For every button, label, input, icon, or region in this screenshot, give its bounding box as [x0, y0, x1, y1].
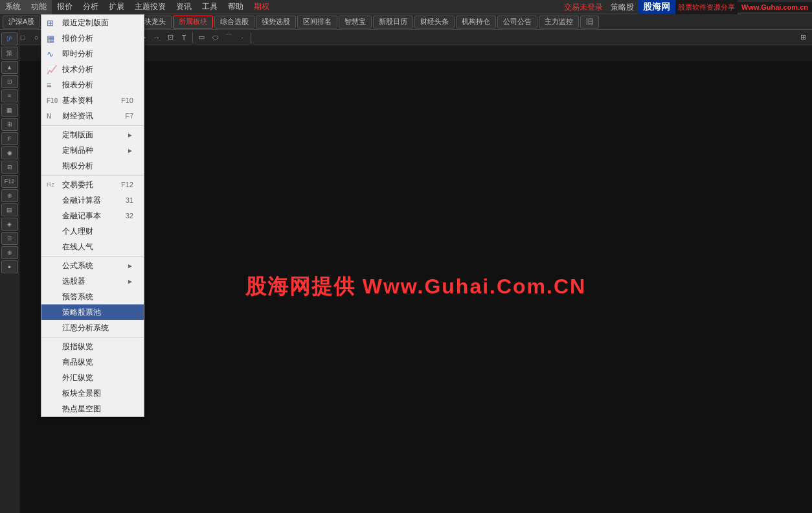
- sidebar-icon-5[interactable]: ≡: [1, 89, 18, 102]
- circle-icon[interactable]: ⬭: [209, 31, 221, 44]
- menu-qa-sys[interactable]: 预答系统: [41, 289, 144, 304]
- menu-com-left: 商品纵览: [47, 357, 93, 368]
- menu-nb-shortcut: 32: [126, 212, 133, 220]
- menu-tools[interactable]: 工具: [197, 0, 223, 14]
- menu-forex[interactable]: 外汇纵览: [41, 370, 144, 385]
- sidebar-icon-4[interactable]: ⊡: [1, 75, 18, 88]
- menu-report-analysis[interactable]: ≡ 报表分析: [41, 77, 144, 93]
- tab-old[interactable]: 旧: [580, 16, 599, 28]
- sidebar-icon-10[interactable]: ⊟: [1, 161, 18, 174]
- menu-fn-left: N 财经资讯: [47, 111, 93, 122]
- tab-qs-xg[interactable]: 强势选股: [256, 16, 296, 28]
- menu-custom-layout[interactable]: 定制版面 ►: [41, 127, 144, 142]
- menu-options[interactable]: 期权: [249, 0, 275, 14]
- menu-tech-analysis[interactable]: 📈 技术分析: [41, 62, 144, 77]
- separator-2: [41, 175, 144, 176]
- sidebar-icon-16[interactable]: ⊕: [1, 246, 18, 259]
- tab-zh-xg[interactable]: 综合选股: [214, 16, 254, 28]
- sidebar-icon-17[interactable]: ●: [1, 260, 18, 273]
- tab-zhb[interactable]: 智慧宝: [339, 16, 372, 28]
- sidebar-icon-8[interactable]: F: [1, 132, 18, 145]
- menu-calc[interactable]: 金融计算器 31: [41, 192, 144, 208]
- menu-gann-left: 江恩分析系统: [47, 323, 109, 334]
- menu-theme[interactable]: 主题投资: [130, 0, 171, 14]
- text-icon[interactable]: T: [177, 31, 190, 44]
- sidebar-icon-9[interactable]: ◉: [1, 146, 18, 159]
- menu-realtime-analysis[interactable]: ∿ 即时分析: [41, 46, 144, 62]
- menu-news[interactable]: 资讯: [171, 0, 197, 14]
- menu-recent[interactable]: ⊞ 最近定制版面: [41, 15, 144, 30]
- sidebar-icon-14[interactable]: ◈: [1, 218, 18, 231]
- menu-sp-left: 策略股票池: [47, 307, 101, 318]
- menu-io-label: 股指纵览: [62, 341, 93, 352]
- menu-bi-shortcut: F10: [121, 97, 133, 104]
- menu-oa-left: 期权分析: [47, 161, 93, 172]
- arrow-icon[interactable]: →: [150, 31, 163, 44]
- menu-rep-label: 报表分析: [62, 80, 93, 91]
- sidebar-icon-13[interactable]: ▤: [1, 203, 18, 216]
- tab-zl-jk[interactable]: 主力监控: [539, 16, 579, 28]
- menu-sector-map[interactable]: 板块全景图: [41, 385, 144, 401]
- menu-formula[interactable]: 公式系统 ►: [41, 258, 144, 273]
- textbox-icon[interactable]: ⊡: [164, 31, 177, 44]
- menu-extend[interactable]: 扩展: [104, 0, 130, 14]
- tab-jg-cc[interactable]: 机构持仓: [456, 16, 496, 28]
- strategy-button[interactable]: 策略股: [607, 1, 638, 14]
- f10-icon: F10: [47, 97, 60, 104]
- menu-recent-left: ⊞ 最近定制版面: [47, 17, 109, 28]
- tab-xg-rl[interactable]: 新股日历: [373, 16, 413, 28]
- sidebar-icon-15[interactable]: ☰: [1, 232, 18, 245]
- brand-sub: 股票软件资源分享: [675, 0, 738, 14]
- menu-online-label: 在线人气: [62, 242, 93, 253]
- sidebar-icon-6[interactable]: ▦: [1, 104, 18, 117]
- function-dropdown-menu: ⊞ 最近定制版面 ▦ 报价分析 ∿ 即时分析 📈 技术分析 ≡ 报表分析 F10: [41, 14, 144, 417]
- menu-sel-label: 选股器: [62, 276, 85, 287]
- menu-trade[interactable]: Fiz 交易委托 F12: [41, 177, 144, 192]
- chart-bar-icon: ▦: [47, 34, 60, 43]
- menu-notebook[interactable]: 金融记事本 32: [41, 208, 144, 223]
- sidebar-icon-3[interactable]: ▲: [1, 61, 18, 74]
- tab-gs-gg[interactable]: 公司公告: [497, 16, 537, 28]
- sidebar-icon-7[interactable]: ⊞: [1, 118, 18, 131]
- menu-personal[interactable]: 个人理财: [41, 223, 144, 239]
- rect2-icon[interactable]: ▭: [195, 31, 208, 44]
- menu-com-label: 商品纵览: [62, 357, 93, 368]
- menu-index-overview[interactable]: 股指纵览: [41, 339, 144, 354]
- menu-system[interactable]: 系统: [0, 0, 26, 14]
- menu-finance-news[interactable]: N 财经资讯 F7: [41, 108, 144, 124]
- submenu-arrow-2: ►: [127, 147, 133, 154]
- menu-selector[interactable]: 选股器 ►: [41, 273, 144, 289]
- menu-hotspot[interactable]: 热点星空图: [41, 401, 144, 416]
- menu-options-analysis[interactable]: 期权分析: [41, 158, 144, 174]
- menu-sm-label: 板块全景图: [62, 388, 101, 399]
- menu-commodity[interactable]: 商品纵览: [41, 354, 144, 370]
- sidebar-icon-11[interactable]: F12: [1, 175, 18, 188]
- tab-qj-pm[interactable]: 区间排名: [297, 16, 337, 28]
- tab-hs-a[interactable]: 沪深A股: [3, 16, 40, 28]
- sidebar-icon-1[interactable]: 沪: [1, 32, 18, 45]
- menu-custom-type[interactable]: 定制品种 ►: [41, 142, 144, 158]
- menu-function[interactable]: 功能: [26, 0, 52, 14]
- submenu-arrow-3: ►: [127, 262, 133, 269]
- login-button[interactable]: 交易未登录: [560, 1, 607, 14]
- menu-basic-info[interactable]: F10 基本资料 F10: [41, 93, 144, 108]
- sidebar-icon-12[interactable]: ⊛: [1, 189, 18, 202]
- sidebar-icon-2[interactable]: 策: [1, 47, 18, 60]
- menu-formula-left: 公式系统: [47, 260, 93, 271]
- menu-trade-left: Fiz 交易委托: [47, 179, 93, 190]
- menu-online[interactable]: 在线人气: [41, 239, 144, 255]
- menu-hs-left: 热点星空图: [47, 404, 101, 415]
- dot-icon[interactable]: ·: [236, 31, 249, 44]
- arc-icon[interactable]: ⌒: [222, 31, 235, 44]
- menu-gann[interactable]: 江恩分析系统: [41, 320, 144, 336]
- menu-analysis[interactable]: 分析: [78, 0, 104, 14]
- tab-cj-tt[interactable]: 财经头条: [414, 16, 455, 28]
- menu-strategy-pool[interactable]: 策略股票池: [41, 304, 144, 320]
- menu-quote[interactable]: 报价: [52, 0, 78, 14]
- more-tools-icon[interactable]: ⊞: [796, 31, 809, 44]
- left-sidebar: 沪 策 ▲ ⊡ ≡ ▦ ⊞ F ◉ ⊟ F12 ⊛ ▤ ◈ ☰ ⊕ ●: [0, 30, 19, 513]
- menu-quote-analysis[interactable]: ▦ 报价分析: [41, 30, 144, 46]
- chart-line-icon: ∿: [47, 49, 60, 59]
- menu-help[interactable]: 帮助: [223, 0, 249, 14]
- tab-suo-bk[interactable]: 所属板块: [173, 16, 213, 28]
